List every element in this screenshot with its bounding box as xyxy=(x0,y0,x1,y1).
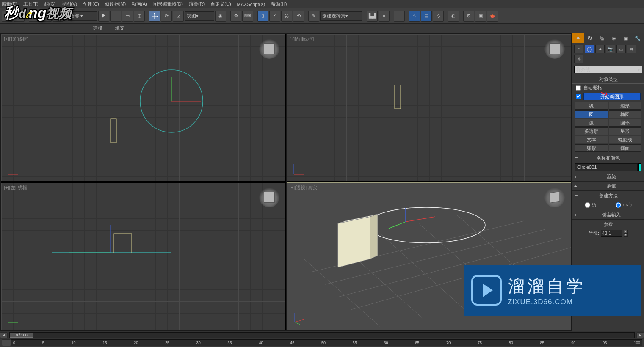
select-region-icon[interactable]: ▭ xyxy=(122,11,133,22)
angle-snap-icon[interactable]: ∠ xyxy=(269,11,280,22)
radio-edge[interactable]: 边 xyxy=(585,202,597,208)
select-name-icon[interactable]: ☰ xyxy=(110,11,121,22)
shape-section-button[interactable]: 截面 xyxy=(609,144,642,152)
time-slider[interactable]: 0 / 100 xyxy=(9,332,635,338)
percent-snap-icon[interactable]: % xyxy=(281,11,292,22)
autogrid-checkbox[interactable]: 自动栅格 xyxy=(572,84,644,92)
window-crossing-icon[interactable]: ◫ xyxy=(134,11,145,22)
material-icon[interactable]: ◐ xyxy=(448,11,459,22)
svg-line-29 xyxy=(389,222,406,229)
tab-hierarchy-icon[interactable]: 品 xyxy=(596,33,608,43)
viewport-label: [+][透视][真实] xyxy=(290,185,319,191)
svg-marker-31 xyxy=(338,217,370,267)
mirror-icon[interactable]: ▙▟ xyxy=(367,11,378,22)
shape-text-button[interactable]: 文本 xyxy=(575,136,608,143)
tab-display-icon[interactable]: ▣ xyxy=(620,33,632,43)
render-icon[interactable]: 🫖 xyxy=(487,11,498,22)
subtab-spacewarps-icon[interactable]: ≋ xyxy=(627,45,636,53)
named-selset-dropdown[interactable]: 创建选择集 ▾ xyxy=(320,11,362,21)
rollout-parameters[interactable]: 参数 xyxy=(572,219,644,229)
object-name-input[interactable] xyxy=(575,163,638,171)
menu-modifiers[interactable]: 修改器(M) xyxy=(105,1,126,7)
snap-toggle-icon[interactable]: 3 xyxy=(257,11,268,22)
pivot-icon[interactable]: ◉ xyxy=(215,11,226,22)
bottom-bar: ◂ 0 / 100 ▸ ☰ 05101520253035404550556065… xyxy=(0,331,644,347)
shape-arc-button[interactable]: 弧 xyxy=(575,119,608,127)
shape-circle-button[interactable]: 圆 xyxy=(575,110,608,118)
viewport-left[interactable]: [+][左][线框] xyxy=(1,182,286,330)
subtab-lights-icon[interactable]: ✦ xyxy=(595,45,605,53)
timeslider-prev-icon[interactable]: ◂ xyxy=(0,332,8,338)
schematic-icon[interactable]: ◇ xyxy=(433,11,444,22)
tab-modify-icon[interactable]: 🗘 xyxy=(584,33,596,43)
svg-point-27 xyxy=(367,207,485,243)
subtab-geometry-icon[interactable]: ○ xyxy=(574,45,583,53)
viewport-top[interactable]: [+][顶][线框] xyxy=(1,34,286,182)
subtab-shapes-icon[interactable]: ◯ xyxy=(585,45,594,53)
spinner-down-icon[interactable]: ▼ xyxy=(624,233,628,237)
tab-motion-icon[interactable]: ◉ xyxy=(608,33,620,43)
menu-rendering[interactable]: 渲染(R) xyxy=(189,1,205,7)
svg-line-24 xyxy=(380,234,465,310)
rollout-interp[interactable]: +插值 xyxy=(572,181,644,190)
shape-helix-button[interactable]: 螺旋线 xyxy=(609,136,642,143)
main-toolbar: 🔗 ⛓ ✦ 全部 ▾ ☰ ▭ ◫ ⟳ ◿ 视图 ▾ ◉ ✥ ⌨ 3 ∠ % ⟲ … xyxy=(0,8,644,24)
menu-customize[interactable]: 自定义(U) xyxy=(210,1,231,7)
rollout-render[interactable]: +渲染 xyxy=(572,172,644,181)
edit-selset-icon[interactable]: ✎ xyxy=(308,11,319,22)
spinner-up-icon[interactable]: ▲ xyxy=(624,230,628,233)
category-dropdown[interactable]: 样条线▾ xyxy=(574,66,642,73)
rollout-object-type[interactable]: 对象类型 xyxy=(572,74,644,84)
shape-line-button[interactable]: 线 xyxy=(575,102,608,110)
shape-ngon-button[interactable]: 多边形 xyxy=(575,127,608,135)
layers-icon[interactable]: ☰ xyxy=(394,11,405,22)
ribbon-modeling[interactable]: 建模 xyxy=(93,25,102,31)
viewport-front[interactable]: [+][前][线框] xyxy=(287,34,572,182)
radio-center[interactable]: 中心 xyxy=(616,202,632,208)
svg-rect-15 xyxy=(114,234,132,253)
ribbon-fill[interactable]: 填充 xyxy=(115,25,124,31)
dope-sheet-icon[interactable]: ▤ xyxy=(421,11,432,22)
rollout-create-method[interactable]: 创建方法 xyxy=(572,190,644,200)
tab-create-icon[interactable]: ✸ xyxy=(572,33,584,43)
select-scale-icon[interactable]: ◿ xyxy=(173,11,184,22)
menu-create[interactable]: 创建(C) xyxy=(83,1,99,7)
menu-animation[interactable]: 动画(A) xyxy=(132,1,147,7)
align-icon[interactable]: ≡ xyxy=(379,11,390,22)
rollout-keyboard[interactable]: +键盘输入 xyxy=(572,210,644,219)
trackbar-toggle-icon[interactable]: ☰ xyxy=(2,339,11,346)
render-frame-icon[interactable]: ▣ xyxy=(475,11,486,22)
select-rotate-icon[interactable]: ⟳ xyxy=(161,11,172,22)
select-icon[interactable] xyxy=(98,11,109,22)
curve-editor-icon[interactable]: ∿ xyxy=(409,11,420,22)
menu-grapheditors[interactable]: 图形编辑器(D) xyxy=(153,1,183,7)
subtab-cameras-icon[interactable]: 📷 xyxy=(606,45,615,53)
radius-label: 半径: xyxy=(589,230,599,237)
render-setup-icon[interactable]: ⚙ xyxy=(463,11,474,22)
watermark-overlay: 溜溜自学 ZIXUE.3D66.COM xyxy=(464,265,641,316)
subtab-helpers-icon[interactable]: ▭ xyxy=(616,45,626,53)
video-logo-overlay: 秒dòng视频 xyxy=(4,3,72,23)
select-move-icon[interactable] xyxy=(149,11,160,22)
time-ruler[interactable]: 0510152025303540455055606570758085909510… xyxy=(11,339,642,346)
rollout-name-color[interactable]: 名称和颜色 xyxy=(572,153,644,162)
spinner-snap-icon[interactable]: ⟲ xyxy=(293,11,304,22)
shape-ellipse-button[interactable]: 椭圆 xyxy=(609,110,642,118)
keyboard-icon[interactable]: ⌨ xyxy=(242,11,253,22)
subtab-systems-icon[interactable]: ✲ xyxy=(574,55,583,63)
menu-maxscript[interactable]: MAXScript(X) xyxy=(237,2,265,7)
menu-bar: 编辑(E) 工具(T) 组(G) 视图(V) 创建(C) 修改器(M) 动画(A… xyxy=(0,0,644,8)
manipulate-icon[interactable]: ✥ xyxy=(230,11,241,22)
menu-help[interactable]: 帮助(H) xyxy=(271,1,287,7)
timeslider-next-icon[interactable]: ▸ xyxy=(636,332,644,338)
refcoord-dropdown[interactable]: 视图 ▾ xyxy=(185,11,214,21)
shape-donut-button[interactable]: 圆环 xyxy=(609,119,642,127)
object-color-swatch[interactable] xyxy=(638,163,641,171)
shape-star-button[interactable]: 星形 xyxy=(609,127,642,135)
selection-filter-dropdown[interactable]: 全部 ▾ xyxy=(68,11,97,21)
tab-utilities-icon[interactable]: 🔧 xyxy=(632,33,644,43)
panel-main-tabs: ✸ 🗘 品 ◉ ▣ 🔧 xyxy=(572,33,644,43)
shape-rectangle-button[interactable]: 矩形 xyxy=(609,102,642,110)
shape-egg-button[interactable]: 卵形 xyxy=(575,144,608,152)
radius-input[interactable] xyxy=(601,230,622,237)
